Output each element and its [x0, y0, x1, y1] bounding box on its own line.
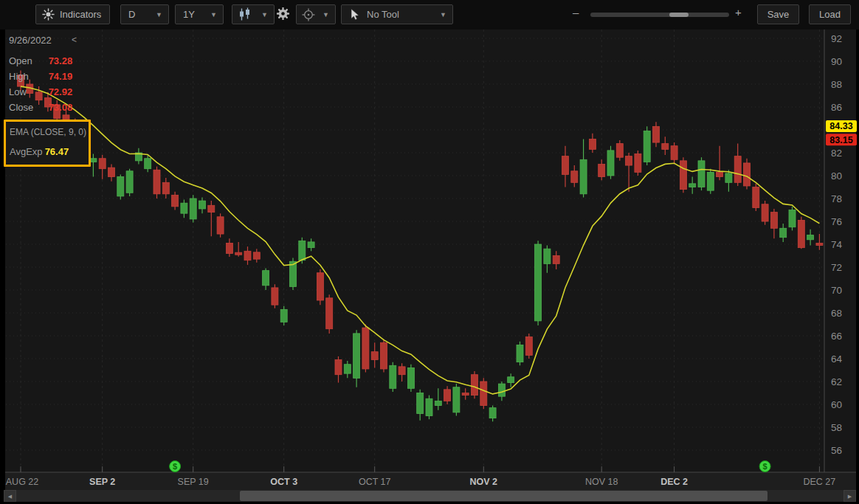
price-axis-label: 58 [831, 422, 842, 433]
candlestick [680, 157, 686, 193]
zoom-in-button[interactable]: + [735, 6, 742, 18]
price-axis-label: 68 [831, 308, 842, 319]
ema-value-row: AvgExp 76.47 [10, 146, 69, 157]
candlestick [117, 174, 124, 199]
chevron-down-icon: ▼ [210, 6, 217, 24]
price-axis-label: 92 [831, 33, 842, 44]
zoom-slider-track[interactable] [590, 13, 729, 17]
chevron-down-icon: ▼ [261, 6, 268, 24]
candlestick [525, 334, 532, 359]
price-axis-label: 80 [831, 170, 842, 182]
candlestick [426, 396, 432, 420]
dividend-marker[interactable]: $ [170, 461, 181, 472]
ohlc-row-open: Open 73.28 [9, 55, 97, 71]
candlestick [798, 217, 804, 249]
candlestick [607, 146, 614, 179]
price-axis-label: 78 [831, 193, 842, 204]
ema-value-badge: 84.33 [826, 120, 857, 132]
candlestick [126, 169, 133, 196]
candlestick [635, 151, 641, 176]
chevron-down-icon: ▼ [322, 6, 329, 24]
date-axis-label: NOV 2 [470, 477, 498, 487]
candlestick [190, 195, 196, 222]
cursor-arrow-icon [348, 7, 361, 27]
tool-value: No Tool [367, 5, 399, 24]
price-axis-label: 60 [831, 399, 842, 410]
zoom-slider-thumb[interactable] [669, 13, 689, 17]
price-axis-label: 82 [831, 148, 842, 159]
date-axis-label: NOV 18 [585, 477, 618, 487]
ohlc-row-low: Low 72.92 [9, 86, 97, 102]
scrollbar-thumb[interactable] [240, 491, 767, 501]
price-axis-label: 64 [831, 353, 843, 365]
ema-indicator-box[interactable]: EMA (CLOSE, 9, 0) AvgExp 76.47 [4, 120, 91, 167]
date-axis-label: SEP 2 [89, 477, 115, 487]
candlestick [535, 241, 542, 325]
svg-text:83.15: 83.15 [829, 135, 852, 145]
range-value: 1Y [183, 5, 195, 24]
price-axis-label: 72 [831, 262, 842, 273]
ohlc-row-close: Close 73.08 [9, 102, 97, 117]
indicators-burst-icon [41, 7, 55, 27]
last-price-badge: 83.15 [826, 134, 857, 145]
indicators-button-label: Indicators [60, 5, 101, 24]
price-axis-label: 86 [831, 102, 842, 113]
plot-background [5, 30, 856, 490]
candlestick [480, 378, 487, 409]
date-axis-band [5, 473, 856, 490]
gear-icon [276, 7, 290, 27]
candlestick [707, 169, 714, 194]
chart-canvas[interactable]: AUG 22SEP 2SEP 19OCT 3OCT 17NOV 2NOV 18D… [0, 30, 859, 490]
price-axis-label: 76 [831, 216, 842, 227]
crosshair-target-icon [302, 8, 315, 27]
date-axis-label: AUG 22 [6, 477, 39, 487]
candlestick [789, 207, 796, 231]
candlestick [317, 269, 323, 305]
scroll-right-arrow-icon[interactable]: ▶ [844, 490, 856, 502]
settings-gear-button[interactable] [275, 4, 294, 24]
range-dropdown[interactable]: 1Y ▼ [175, 4, 224, 24]
load-button[interactable]: Load [809, 4, 851, 24]
dividend-marker[interactable]: $ [759, 461, 770, 472]
ohlc-row-high: High 74.19 [9, 71, 97, 86]
period-dropdown[interactable]: D ▼ [120, 4, 169, 24]
candlestick [698, 157, 705, 190]
price-axis-label: 56 [831, 445, 842, 456]
candlestick [453, 384, 460, 415]
candlestick [644, 126, 650, 165]
date-axis-label: DEC 2 [660, 477, 688, 487]
date-axis-label: OCT 17 [359, 477, 391, 487]
candlestick [762, 201, 768, 225]
candlestick [472, 371, 478, 398]
indicators-button[interactable]: Indicators [35, 4, 110, 24]
price-axis-label: 70 [831, 285, 842, 296]
selected-date: 9/26/2022 [9, 35, 52, 46]
top-toolbar: Indicators D ▼ 1Y ▼ ▼ [0, 0, 859, 30]
svg-text:$: $ [173, 462, 177, 471]
horizontal-scrollbar[interactable]: ◀ ▶ [4, 490, 856, 502]
candlestick [753, 184, 759, 211]
chevron-down-icon: ▼ [156, 6, 162, 24]
period-value: D [128, 5, 135, 24]
candlestick [326, 294, 333, 334]
chart-type-dropdown[interactable]: ▼ [232, 4, 275, 24]
scroll-left-arrow-icon[interactable]: ◀ [4, 490, 16, 502]
candlestick [517, 342, 523, 366]
svg-text:84.33: 84.33 [829, 121, 852, 131]
candlestick [362, 325, 369, 373]
price-axis-label: 88 [831, 79, 842, 90]
crosshair-tool-dropdown[interactable]: ▼ [296, 4, 336, 24]
price-axis-label: 62 [831, 376, 842, 387]
candlestick-chart-icon [238, 7, 252, 27]
svg-text:$: $ [763, 462, 767, 471]
step-back-arrow[interactable]: < [69, 35, 80, 45]
price-axis-label: 74 [831, 239, 843, 250]
save-button[interactable]: Save [757, 4, 799, 24]
drawing-tool-dropdown[interactable]: No Tool ▼ [341, 4, 453, 24]
ema-indicator-title: EMA (CLOSE, 9, 0) [10, 127, 86, 137]
date-axis-label: DEC 27 [804, 477, 836, 487]
candlestick [390, 362, 396, 392]
zoom-out-button[interactable]: – [573, 6, 579, 18]
price-axis-label: 66 [831, 331, 842, 342]
candlestick [744, 159, 751, 190]
